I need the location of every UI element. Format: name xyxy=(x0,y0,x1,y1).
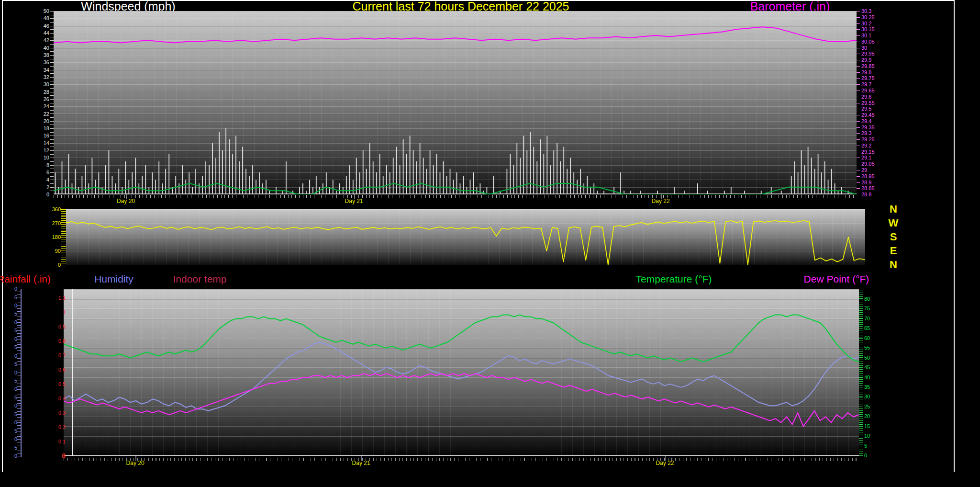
wind-direction-plot xyxy=(66,209,865,265)
humidity-tick-label: 5 xyxy=(0,429,17,434)
barometer-tick-label: 30.05 xyxy=(861,39,875,45)
wind-direction-tick-label: 270 xyxy=(32,221,61,226)
rainfall-tick-label: 0.3 xyxy=(37,410,66,416)
barometer-tick-label: 30.2 xyxy=(861,21,871,26)
windspeed-tick-label: 28 xyxy=(21,90,49,95)
windspeed-tick-label: 14 xyxy=(21,141,49,146)
humidity-tick-label: 5 xyxy=(0,295,17,300)
humidity-line xyxy=(64,342,859,411)
windspeed-tick-label: 46 xyxy=(21,23,49,29)
barometer-tick-label: 29.25 xyxy=(861,137,875,142)
temperature-tick-label: 75 xyxy=(864,306,870,311)
wind-direction-tick-label: 360 xyxy=(32,207,61,212)
humidity-tick-label: 0 xyxy=(0,386,17,392)
compass-letter: E xyxy=(886,246,901,256)
windspeed-tick-label: 8 xyxy=(21,163,49,168)
windspeed-tick-label: 38 xyxy=(21,53,49,58)
temperature-tick-label: 60 xyxy=(864,336,870,341)
humidity-axis-ticks xyxy=(17,289,21,457)
windspeed-tick-label: 0 xyxy=(21,192,49,197)
temperature-legend-label: Temperature (°F) xyxy=(626,273,722,285)
windspeed-tick-label: 26 xyxy=(21,97,49,102)
humidity-tick-label: 0 xyxy=(0,320,17,325)
rainfall-tick-label: 0.4 xyxy=(37,396,66,401)
barometer-tick-label: 28.95 xyxy=(861,174,875,179)
humidity-tick-label: 0 xyxy=(0,453,17,459)
temp-humidity-dewpoint-plot xyxy=(64,289,859,456)
barometer-tick-label: 29.7 xyxy=(861,82,871,87)
day-label: Day 20 xyxy=(126,460,145,466)
windspeed-axis-ticks xyxy=(50,11,54,194)
humidity-tick-label: 5 xyxy=(0,445,17,451)
barometer-tick-label: 29.65 xyxy=(861,88,875,93)
weather-72h-graph: Windspeed (mph) Current last 72 hours De… xyxy=(0,0,980,487)
barometer-tick-label: 29.35 xyxy=(861,125,875,130)
indoor-temp-legend-label: Indoor temp xyxy=(158,273,242,285)
barometer-tick-label: 29.4 xyxy=(861,119,871,124)
humidity-tick-label: 5 xyxy=(0,378,17,384)
windspeed-tick-label: 42 xyxy=(21,38,49,43)
humidity-tick-label: 5 xyxy=(0,362,17,367)
day-tick xyxy=(665,456,666,461)
humidity-tick-label: 0 xyxy=(0,437,17,442)
compass-letter: W xyxy=(886,218,901,228)
barometer-tick-label: 29.15 xyxy=(861,149,875,155)
barometer-tick-label: 30 xyxy=(861,45,867,51)
rainfall-tick-label: 0.5 xyxy=(37,382,66,387)
temperature-tick-label: 0 xyxy=(864,453,867,458)
barometer-tick-label: 30.1 xyxy=(861,33,871,38)
wind-direction-line xyxy=(66,221,865,265)
windspeed-tick-label: 30 xyxy=(21,82,49,87)
windspeed-tick-label: 50 xyxy=(21,9,49,14)
windspeed-tick-label: 32 xyxy=(21,75,49,80)
barometer-tick-label: 29.95 xyxy=(861,51,875,57)
rainfall-tick-label: 0.9 xyxy=(37,324,66,329)
dew-point-legend-label: Dew Point (°F) xyxy=(789,273,884,285)
barometer-tick-label: 29.3 xyxy=(861,131,871,136)
wind-average-line xyxy=(54,183,857,194)
humidity-tick-label: 0 xyxy=(0,303,17,308)
day-label: Day 21 xyxy=(352,460,370,466)
humidity-tick-label: 0 xyxy=(0,420,17,425)
wind-direction-tick-label: 90 xyxy=(32,249,61,254)
temperature-tick-label: 30 xyxy=(864,394,870,399)
temperature-tick-label: 65 xyxy=(864,326,870,331)
rainfall-tick-label: 1 xyxy=(37,310,66,315)
barometer-line xyxy=(54,27,857,43)
barometer-tick-label: 29.8 xyxy=(861,70,871,75)
wind-direction-axis-ticks xyxy=(61,209,66,265)
barometer-tick-label: 28.8 xyxy=(861,192,871,197)
windspeed-tick-label: 16 xyxy=(21,133,49,138)
barometer-tick-label: 30.3 xyxy=(861,9,871,14)
temperature-tick-label: 45 xyxy=(864,365,870,370)
rainfall-legend-label: Rainfall (.in) xyxy=(0,273,69,285)
humidity-tick-label: 5 xyxy=(0,328,17,333)
temperature-line xyxy=(64,315,859,362)
barometer-tick-label: 29.85 xyxy=(861,64,875,69)
humidity-tick-label: 0 xyxy=(0,286,17,292)
humidity-axis-line xyxy=(21,289,22,457)
windspeed-tick-label: 48 xyxy=(21,16,49,21)
compass-letter: S xyxy=(886,232,901,242)
chart3-hour-ticks xyxy=(64,458,859,461)
temperature-tick-label: 50 xyxy=(864,355,870,361)
temperature-tick-label: 5 xyxy=(864,443,867,449)
rainfall-tick-label: 0 xyxy=(37,453,66,459)
day-tick xyxy=(354,194,355,199)
barometer-tick-label: 30.15 xyxy=(861,27,875,32)
barometer-tick-label: 29.5 xyxy=(861,106,871,112)
windspeed-tick-label: 24 xyxy=(21,104,49,109)
barometer-tick-label: 28.85 xyxy=(861,186,875,191)
rainfall-tick-label: 0.1 xyxy=(37,439,66,444)
day-tick xyxy=(361,456,362,461)
temperature-tick-label: 20 xyxy=(864,414,870,419)
windspeed-tick-label: 22 xyxy=(21,112,49,117)
windspeed-tick-label: 2 xyxy=(21,185,49,190)
wind-direction-tick-label: 0 xyxy=(32,262,61,268)
wind-direction-tick-label: 180 xyxy=(32,235,61,240)
barometer-tick-label: 29.05 xyxy=(861,161,875,167)
temperature-tick-label: 70 xyxy=(864,316,870,321)
barometer-tick-label: 29.75 xyxy=(861,76,875,81)
barometer-tick-label: 29.1 xyxy=(861,155,871,160)
barometer-tick-label: 29.45 xyxy=(861,113,875,118)
